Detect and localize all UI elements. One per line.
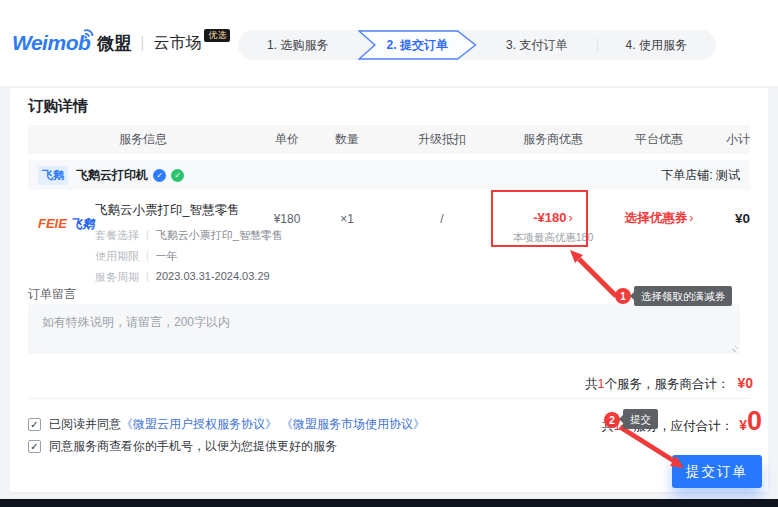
agreement-checkbox-1[interactable]: ✓ xyxy=(28,418,41,431)
vendor-total-suffix: 个服务，服务商合计： xyxy=(604,376,729,393)
logo-market-text: 云市场 xyxy=(153,33,201,54)
order-table-header: 服务信息 单价 数量 升级抵扣 服务商优惠 平台优惠 小计 xyxy=(28,125,750,154)
spec-value: 一年 xyxy=(156,249,178,264)
order-message-box xyxy=(28,304,740,354)
check-glyph: ✓ xyxy=(30,441,38,452)
vendor-total-amount: ¥0 xyxy=(737,375,753,391)
col-upgrade-deduction: 升级抵扣 xyxy=(378,131,506,148)
select-coupon-link[interactable]: 选择优惠券› xyxy=(625,211,694,225)
spec-value: 2023.03.31-2024.03.29 xyxy=(156,270,270,285)
col-platform-discount: 平台优惠 xyxy=(600,131,718,148)
agreement-row-2: ✓ 同意服务商查看你的手机号，以便为您提供更好的服务 xyxy=(28,438,337,455)
market-usage-agreement-link[interactable]: 《微盟服务市场使用协议》 xyxy=(281,416,425,433)
weimob-logo-text: Weimob xyxy=(12,31,90,55)
spec-value: 飞鹅云小票打印_智慧零售 xyxy=(156,228,283,243)
product-row: FEIE 飞鹅 飞鹅云小票打印_智慧零售 套餐选择 | 飞鹅云小票打印_智慧零售… xyxy=(28,190,750,284)
window-bottom-edge xyxy=(0,499,778,507)
step-3-label: 3. 支付订单 xyxy=(506,37,567,54)
spec-row-package: 套餐选择 | 飞鹅云小票打印_智慧零售 xyxy=(95,228,258,243)
footer-divider xyxy=(28,398,750,399)
step-select-service: 1. 选购服务 xyxy=(238,30,358,60)
logo-divider: | xyxy=(140,34,144,52)
feie-logo-cn: 飞鹅 xyxy=(70,217,94,231)
annotation-1-number: 1 xyxy=(620,291,626,302)
feie-brand-logo: FEIE 飞鹅 xyxy=(38,216,100,233)
order-message-input[interactable] xyxy=(28,304,740,354)
vendor-total-count: 1 xyxy=(597,377,604,391)
check-glyph: ✓ xyxy=(174,171,181,180)
weimob-logo[interactable]: Weimob 微盟 | 云市场 优选 xyxy=(12,31,230,55)
spec-row-duration: 使用期限 | 一年 xyxy=(95,249,258,264)
submit-order-button[interactable]: 提交订单 xyxy=(672,455,762,488)
spec-pipe: | xyxy=(146,249,149,264)
agreement-1-text: 已阅读并同意 xyxy=(49,416,121,433)
check-glyph: ✓ xyxy=(30,419,38,430)
verified-blue-check-icon: ✓ xyxy=(153,169,166,182)
vendor-total-prefix: 共 xyxy=(585,376,598,393)
product-info-cell: FEIE 飞鹅 飞鹅云小票打印_智慧零售 套餐选择 | 飞鹅云小票打印_智慧零售… xyxy=(28,190,258,284)
order-message-label: 订单留言 xyxy=(28,286,76,303)
col-vendor-discount: 服务商优惠 xyxy=(506,131,600,148)
subtotal-cell: ¥0 xyxy=(718,190,750,284)
spec-pipe: | xyxy=(146,228,149,243)
checkout-steps-bar: 1. 选购服务 2. 提交订单 3. 支付订单 4. 使用服务 xyxy=(238,30,716,60)
annotation-step-1-circle: 1 xyxy=(615,288,631,304)
payable-currency: ¥ xyxy=(739,417,747,433)
page: Weimob 微盟 | 云市场 优选 1. 选购服务 xyxy=(0,0,778,507)
col-service-info: 服务信息 xyxy=(28,131,258,148)
quantity-cell: ×1 xyxy=(316,190,378,284)
upgrade-deduction-cell: / xyxy=(378,190,506,284)
product-detail: 飞鹅云小票打印_智慧零售 套餐选择 | 飞鹅云小票打印_智慧零售 使用期限 | … xyxy=(95,190,258,285)
spec-label: 套餐选择 xyxy=(95,228,139,243)
annotation-2-number: 2 xyxy=(609,415,615,426)
logo-cn-text: 微盟 xyxy=(97,32,131,55)
step-2-label: 2. 提交订单 xyxy=(387,37,448,54)
product-name: 飞鹅云小票打印_智慧零售 xyxy=(95,202,258,219)
annotation-tooltip-submit: 提交 xyxy=(623,409,658,429)
annotation-highlight-box xyxy=(491,190,588,247)
agreement-checkbox-2[interactable]: ✓ xyxy=(28,440,41,453)
spec-pipe: | xyxy=(146,270,149,285)
step-use-service: 4. 使用服务 xyxy=(597,30,717,60)
payable-amount: 0 xyxy=(747,408,762,435)
step-1-label: 1. 选购服务 xyxy=(267,37,328,54)
step-submit-order-active: 2. 提交订单 xyxy=(358,30,478,60)
store-name[interactable]: 飞鹅云打印机 xyxy=(76,167,148,184)
annotation-tooltip-coupon: 选择领取的满减券 xyxy=(634,286,732,306)
order-detail-title: 订购详情 xyxy=(28,97,88,116)
license-agreement-link[interactable]: 《微盟云用户授权服务协议》 xyxy=(121,416,277,433)
annotation-step-2-circle: 2 xyxy=(604,412,620,428)
col-quantity: 数量 xyxy=(316,131,378,148)
col-subtotal: 小计 xyxy=(718,131,750,148)
agreement-2-text: 同意服务商查看你的手机号，以便为您提供更好的服务 xyxy=(49,438,337,455)
col-unit-price: 单价 xyxy=(258,131,316,148)
spec-row-service-period: 服务周期 | 2023.03.31-2024.03.29 xyxy=(95,270,258,285)
vendor-total-line: 共 1 个服务，服务商合计： ¥0 xyxy=(585,375,753,393)
select-coupon-label: 选择优惠券 xyxy=(625,211,688,225)
check-glyph: ✓ xyxy=(156,171,163,180)
step-pay-order: 3. 支付订单 xyxy=(477,30,597,60)
top-header: Weimob 微盟 | 云市场 优选 1. 选购服务 xyxy=(0,0,778,86)
order-store-label: 下单店铺: 测试 xyxy=(661,167,740,184)
verified-green-check-icon: ✓ xyxy=(171,169,184,182)
spec-label: 使用期限 xyxy=(95,249,139,264)
store-row: 飞鹅 飞鹅云打印机 ✓ ✓ 下单店铺: 测试 xyxy=(28,160,750,190)
platform-coupon-cell: 选择优惠券› xyxy=(600,190,718,284)
chevron-right-icon: › xyxy=(689,211,693,225)
store-brand-badge: 飞鹅 xyxy=(38,166,68,185)
spec-label: 服务周期 xyxy=(95,270,139,285)
step-separator xyxy=(597,38,598,52)
feie-logo-en: FEIE xyxy=(38,216,67,231)
agreement-row-1: ✓ 已阅读并同意 《微盟云用户授权服务协议》 《微盟服务市场使用协议》 xyxy=(28,416,425,433)
step-4-label: 4. 使用服务 xyxy=(626,37,687,54)
premium-badge: 优选 xyxy=(204,29,230,42)
